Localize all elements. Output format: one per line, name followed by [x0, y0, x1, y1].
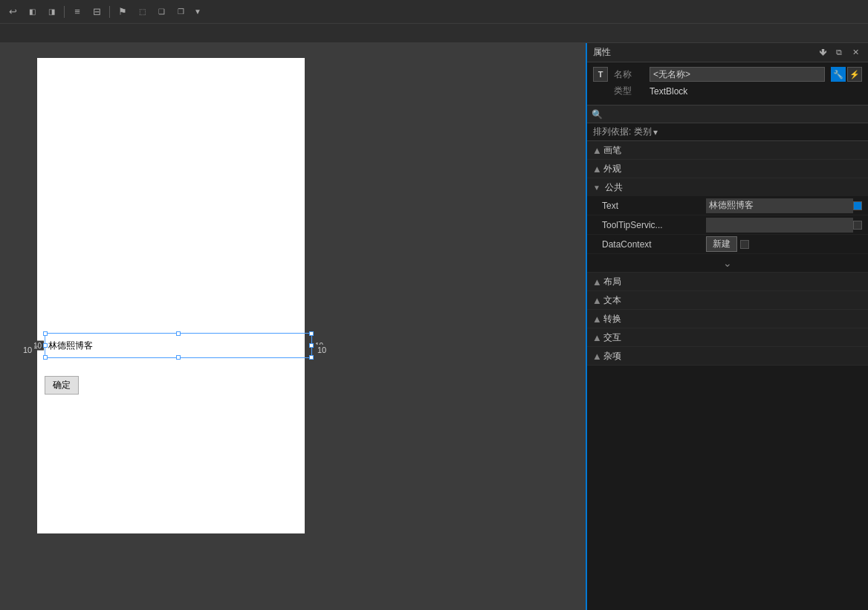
- search-icon: 🔍: [592, 109, 603, 120]
- panel-tools: 🔧 ⚡: [831, 67, 862, 82]
- name-row: T 名称 🔧 ⚡: [593, 67, 862, 82]
- group-brush-header[interactable]: ▶ 画笔: [587, 141, 868, 159]
- group-interact-header[interactable]: ▶ 交互: [587, 328, 868, 346]
- panel-titlebar: 属性 🡻 ⧉ ✕: [587, 43, 868, 62]
- type-row: 类型 TextBlock: [593, 85, 862, 97]
- handle-ml[interactable]: [43, 343, 48, 348]
- group-text-header[interactable]: ▶ 文本: [587, 291, 868, 309]
- textblock-text: 林德熙博客: [45, 340, 93, 352]
- name-label: 名称: [614, 68, 644, 81]
- design-surface: [37, 58, 305, 533]
- sort-bar: 排列依据: 类别 ▾: [587, 123, 868, 141]
- tool-properties-btn[interactable]: 🔧: [831, 67, 846, 82]
- prop-text-name: Text: [602, 201, 706, 211]
- confirm-button[interactable]: 确定: [45, 376, 79, 395]
- toolbar-btn-2[interactable]: ◧: [24, 4, 40, 20]
- toolbar-obj2-btn[interactable]: ❑: [153, 4, 169, 20]
- group-misc-chevron: ▶: [592, 353, 600, 359]
- margin-right-outside: 10: [315, 345, 328, 355]
- prop-tooltip-row: ToolTipServic...: [587, 215, 868, 235]
- prop-datacontext-checkbox[interactable]: [740, 240, 749, 249]
- prop-tooltip-checkbox[interactable]: [853, 221, 862, 230]
- group-interact: ▶ 交互: [587, 328, 868, 347]
- panel-float-btn[interactable]: ⧉: [832, 46, 846, 59]
- group-appearance-chevron: ▶: [592, 166, 600, 172]
- prop-tooltip-input[interactable]: [706, 218, 853, 233]
- type-icon: T: [593, 67, 608, 82]
- group-brush-chevron: ▶: [592, 147, 600, 153]
- group-layout-label: 布局: [603, 276, 621, 288]
- group-layout: ▶ 布局: [587, 273, 868, 291]
- handle-mr[interactable]: [309, 343, 314, 348]
- toolbar-sep-1: [64, 6, 65, 18]
- group-misc: ▶ 杂项: [587, 347, 868, 366]
- toolbar-undo-btn[interactable]: ↩: [4, 4, 21, 20]
- group-common-header[interactable]: ▼ 公共: [587, 178, 868, 196]
- group-brush-label: 画笔: [603, 144, 621, 157]
- toolbar-sep-2: [109, 6, 110, 18]
- group-misc-header[interactable]: ▶ 杂项: [587, 347, 868, 365]
- group-text-label: 文本: [603, 294, 621, 307]
- tool-events-btn[interactable]: ⚡: [847, 67, 862, 82]
- main-area: 10 10 ↔ ↔ 林德熙博客 确定 10 10 属性 🡻 ⧉: [0, 43, 868, 610]
- handle-tr[interactable]: [309, 331, 314, 336]
- prop-tooltip-name: ToolTipServic...: [602, 220, 706, 230]
- group-text-chevron: ▶: [592, 297, 600, 303]
- group-transform-header[interactable]: ▶ 转换: [587, 310, 868, 328]
- group-text: ▶ 文本: [587, 291, 868, 310]
- panel-close-btn[interactable]: ✕: [849, 46, 862, 59]
- margin-left-outside: 10: [21, 345, 34, 355]
- handle-bl[interactable]: [43, 355, 48, 360]
- toolbar-dropdown-btn[interactable]: ▼: [192, 4, 204, 20]
- toolbar: ↩ ◧ ◨ ≡ ⊟ ⚑ ⬚ ❑ ❒ ▼: [0, 0, 868, 24]
- textblock-element[interactable]: 10 10 ↔ ↔ 林德熙博客: [45, 333, 312, 358]
- group-layout-header[interactable]: ▶ 布局: [587, 273, 868, 291]
- group-appearance: ▶ 外观: [587, 160, 868, 178]
- toolbar-obj1-btn[interactable]: ⬚: [134, 4, 150, 20]
- toolbar-bookmark-btn[interactable]: ⚑: [114, 4, 131, 20]
- more-row: ⌄: [587, 254, 868, 272]
- group-common: ▼ 公共 Text ToolTipServic... DataC: [587, 178, 868, 273]
- group-appearance-header[interactable]: ▶ 外观: [587, 160, 868, 178]
- group-appearance-label: 外观: [603, 163, 621, 175]
- panel-header: T 名称 🔧 ⚡ 类型 TextBlock: [587, 62, 868, 106]
- properties-panel: 属性 🡻 ⧉ ✕ T 名称 🔧 ⚡ 类型 TextBlock: [586, 43, 868, 610]
- toolbar-align2-btn[interactable]: ⊟: [88, 4, 105, 20]
- type-value: TextBlock: [650, 86, 862, 97]
- panel-title: 属性: [593, 46, 813, 59]
- toolbar-obj3-btn[interactable]: ❒: [172, 4, 189, 20]
- handle-br[interactable]: [309, 355, 314, 360]
- prop-text-input[interactable]: [706, 198, 853, 213]
- group-misc-label: 杂项: [603, 350, 621, 363]
- address-bar: [0, 24, 868, 43]
- group-brush: ▶ 画笔: [587, 141, 868, 160]
- panel-pin-btn[interactable]: 🡻: [816, 46, 829, 59]
- toolbar-align-btn[interactable]: ≡: [69, 4, 85, 20]
- prop-text-checkbox[interactable]: [853, 201, 862, 210]
- group-transform: ▶ 转换: [587, 310, 868, 328]
- group-interact-chevron: ▶: [592, 334, 600, 340]
- sort-label: 排列依据: 类别: [593, 126, 652, 138]
- search-bar: 🔍: [587, 106, 868, 123]
- sort-btn[interactable]: 排列依据: 类别 ▾: [593, 126, 658, 138]
- canvas-area: 10 10 ↔ ↔ 林德熙博客 确定 10 10: [0, 43, 586, 610]
- group-common-label: 公共: [605, 181, 623, 194]
- group-interact-label: 交互: [603, 331, 621, 344]
- handle-tc[interactable]: [176, 331, 181, 336]
- group-common-chevron: ▼: [593, 184, 600, 192]
- sort-chevron: ▾: [653, 127, 658, 137]
- group-transform-label: 转换: [603, 313, 621, 325]
- type-label: 类型: [614, 85, 644, 97]
- toolbar-btn-3[interactable]: ◨: [43, 4, 59, 20]
- prop-datacontext-new-btn[interactable]: 新建: [706, 236, 737, 252]
- prop-datacontext-row: DataContext 新建: [587, 235, 868, 254]
- handle-tl[interactable]: [43, 331, 48, 336]
- search-input[interactable]: [606, 109, 864, 120]
- handle-bc[interactable]: [176, 355, 181, 360]
- prop-text-row: Text: [587, 196, 868, 215]
- group-transform-chevron: ▶: [592, 316, 600, 322]
- more-btn[interactable]: ⌄: [723, 257, 732, 269]
- prop-datacontext-name: DataContext: [602, 239, 706, 250]
- name-input[interactable]: [650, 67, 825, 82]
- props-list[interactable]: ▶ 画笔 ▶ 外观 ▼ 公共 Text: [587, 141, 868, 610]
